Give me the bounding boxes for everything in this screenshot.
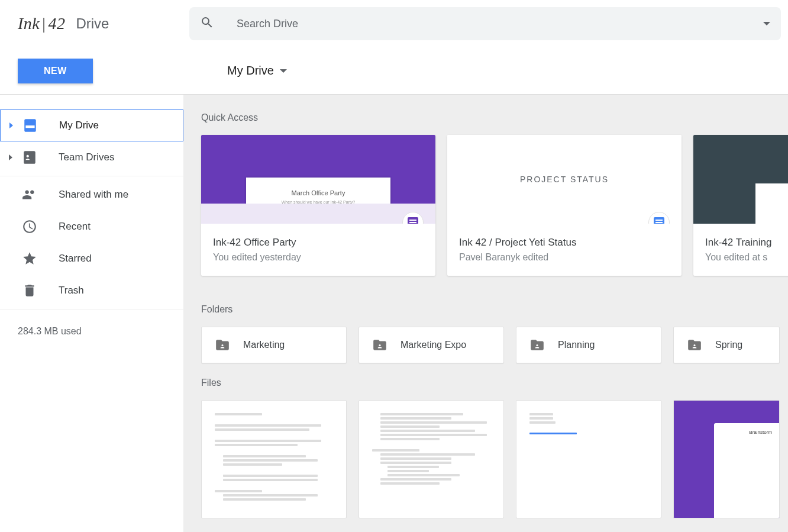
sidebar-item-trash[interactable]: Trash [0, 275, 183, 307]
folder-label: Planning [558, 340, 595, 350]
expand-arrow-icon [9, 122, 13, 128]
breadcrumb-label: My Drive [227, 64, 274, 78]
sidebar-item-shared[interactable]: Shared with me [0, 179, 183, 211]
shared-icon [21, 186, 38, 204]
sidebar: My Drive Team Drives Shared with me Rece… [0, 95, 183, 532]
new-button[interactable]: NEW [18, 59, 93, 83]
card-title: Ink-42 Training [705, 237, 788, 249]
recent-icon [21, 218, 38, 236]
logo-area: Ink|42 Drive [18, 14, 189, 33]
folder-card[interactable]: Marketing Expo [359, 327, 504, 363]
folder-label: Marketing Expo [401, 340, 466, 350]
folder-card[interactable]: Marketing [201, 327, 347, 363]
file-thumbnail [693, 135, 788, 224]
sidebar-item-starred[interactable]: Starred [0, 243, 183, 275]
card-subtitle: You edited at s [705, 252, 788, 263]
expand-arrow-icon [9, 154, 12, 160]
file-thumbnail: PROJECT STATUS [447, 135, 682, 224]
shared-folder-icon [215, 337, 230, 353]
brand-logo: Ink|42 [18, 14, 65, 33]
sidebar-item-my-drive[interactable]: My Drive [0, 109, 183, 141]
card-title: Ink-42 Office Party [213, 237, 424, 249]
storage-usage: 284.3 MB used [0, 312, 183, 351]
search-input[interactable] [237, 18, 763, 30]
brainstorm-label: Brainstorm [749, 429, 772, 436]
card-subtitle: Pavel Baranyk edited [459, 252, 670, 263]
sidebar-item-label: My Drive [59, 120, 99, 131]
folder-label: Spring [715, 340, 742, 350]
docs-icon [648, 212, 670, 224]
file-card[interactable] [201, 400, 347, 518]
file-card[interactable] [359, 400, 504, 518]
search-options-dropdown-icon[interactable] [763, 22, 770, 25]
shared-folder-icon [372, 337, 387, 353]
folder-label: Marketing [243, 340, 285, 350]
drive-icon [21, 117, 39, 134]
file-thumbnail: March Office Party When should we have o… [201, 135, 435, 224]
quick-access-title: Quick Access [201, 112, 788, 123]
shared-folder-icon [529, 337, 545, 353]
sidebar-item-recent[interactable]: Recent [0, 211, 183, 243]
forms-icon [402, 212, 424, 224]
card-title: Ink 42 / Project Yeti Status [459, 237, 670, 249]
folder-card[interactable]: Planning [516, 327, 661, 363]
app-name: Drive [76, 15, 109, 32]
sidebar-item-label: Starred [59, 253, 92, 265]
folders-title: Folders [201, 304, 788, 315]
trash-icon [21, 282, 38, 299]
sidebar-item-team-drives[interactable]: Team Drives [0, 141, 183, 173]
chevron-down-icon [280, 69, 287, 73]
file-card[interactable]: Brainstorm [673, 400, 780, 518]
search-icon [200, 15, 214, 32]
shared-folder-icon [687, 337, 702, 353]
search-bar[interactable] [189, 7, 781, 40]
file-card[interactable] [516, 400, 661, 518]
toolbar: NEW My Drive [0, 47, 788, 95]
files-title: Files [201, 378, 788, 388]
content-area: Quick Access March Office Party When sho… [183, 95, 788, 532]
sidebar-item-label: Team Drives [59, 151, 114, 163]
quick-access-card[interactable]: Ink-42 Training You edited at s [693, 135, 788, 276]
folder-card[interactable]: Spring [673, 327, 780, 363]
team-drives-icon [21, 149, 38, 166]
sidebar-item-label: Shared with me [59, 189, 128, 201]
quick-access-card[interactable]: March Office Party When should we have o… [201, 135, 435, 276]
star-icon [21, 250, 38, 267]
card-subtitle: You edited yesterday [213, 252, 424, 263]
app-header: Ink|42 Drive [0, 0, 788, 47]
sidebar-item-label: Recent [59, 221, 91, 233]
breadcrumb-dropdown[interactable]: My Drive [183, 64, 287, 78]
quick-access-card[interactable]: PROJECT STATUS Ink 42 / Project Yeti Sta… [447, 135, 682, 276]
sidebar-item-label: Trash [59, 285, 84, 296]
